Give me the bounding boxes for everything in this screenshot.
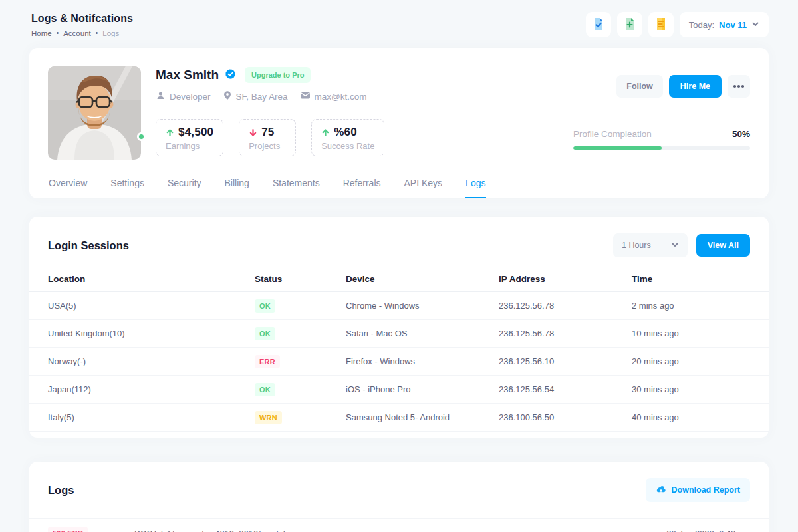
cell-device: Firefox - Windows [346,356,499,366]
status-badge: WRN [255,411,282,424]
completion-progress-bar [573,146,750,150]
trend-up-icon [321,128,330,137]
date-label: Today: [689,20,714,30]
cell-time: 20 mins ago [632,356,750,366]
logs-header: Logs Download Report [29,478,769,502]
log-code-badge: 500 ERR [48,527,88,532]
profile-email[interactable]: max@kt.com [300,91,367,102]
chevron-down-icon [671,241,679,251]
cell-device: Safari - Mac OS [346,329,499,338]
cell-time: 40 mins ago [632,412,750,422]
cell-location: Japan(112) [48,384,255,394]
date-picker[interactable]: Today: Nov 11 [680,12,769,37]
completion-label: Profile Compleation [573,129,652,139]
table-row: Japan(112) OK iOS - iPhone Pro 236.125.5… [29,376,769,404]
upgrade-to-pro-badge[interactable]: Upgrade to Pro [245,67,311,83]
stat-success-rate: %60 Success Rate [311,119,384,156]
avatar-image [48,66,141,160]
verified-badge-icon [224,68,237,83]
table-row: United Kingdom(10) OK Safari - Mac OS 23… [29,320,769,348]
cell-ip: 236.125.56.54 [499,384,632,394]
envelope-icon [300,91,311,102]
avatar [48,66,141,160]
stat-label: Earnings [166,141,213,151]
profile-info: Max Smith Upgrade to Pro [156,66,573,160]
chevron-down-icon [751,20,759,30]
profile-header: Max Smith Upgrade to Pro [48,66,750,160]
profile-role[interactable]: Developer [156,90,211,102]
follow-button[interactable]: Follow [616,75,663,98]
file-lines-icon [654,17,668,33]
tab-overview[interactable]: Overview [48,171,88,198]
file-check-button[interactable] [586,12,611,37]
role-label: Developer [170,92,211,102]
view-all-button[interactable]: View All [696,234,750,257]
tab-api-keys[interactable]: API Keys [404,171,444,198]
page-title: Logs & Notifcations [31,13,133,25]
tab-security[interactable]: Security [167,171,202,198]
logs-title: Logs [48,484,74,497]
profile-actions: Follow Hire Me [573,75,750,98]
completion-progress-fill [573,146,662,150]
profile-location[interactable]: SF, Bay Area [223,90,288,102]
profile-tabs: Overview Settings Security Billing State… [48,171,750,198]
profile-right-panel: Follow Hire Me Profile Compleation 50% [573,66,750,160]
status-badge: OK [255,383,275,396]
topbar-actions: Today: Nov 11 [586,12,769,37]
tab-statements[interactable]: Statements [272,171,321,198]
topbar-left: Logs & Notifcations Home • Account • Log… [31,13,133,37]
breadcrumb: Home • Account • Logs [31,29,133,37]
tab-logs[interactable]: Logs [465,171,486,198]
column-time: Time [632,274,750,284]
hire-me-button[interactable]: Hire Me [669,75,722,98]
sessions-filter-select[interactable]: 1 Hours [613,233,688,257]
stat-value: 75 [261,126,274,139]
breadcrumb-logs: Logs [102,29,119,37]
more-options-button[interactable] [728,75,750,98]
date-value: Nov 11 [719,20,747,30]
breadcrumb-account[interactable]: Account [63,29,91,37]
tab-referrals[interactable]: Referrals [342,171,382,198]
logs-card: Logs Download Report 500 ERR POST /v1/in… [29,462,769,532]
download-report-button[interactable]: Download Report [646,478,750,502]
table-header-row: Location Status Device IP Address Time [29,267,769,292]
tab-billing[interactable]: Billing [224,171,250,198]
file-lines-button[interactable] [648,12,674,37]
logs-table: 500 ERR POST /v1/invoice/in_4819_8610/in… [29,518,769,532]
cell-location: Norway(-) [48,356,255,366]
name-row: Max Smith Upgrade to Pro [156,67,573,83]
profile-card: Max Smith Upgrade to Pro [29,48,769,198]
topbar: Logs & Notifcations Home • Account • Log… [0,0,798,48]
stat-earnings: $4,500 Earnings [156,119,223,156]
status-badge: OK [255,327,275,340]
trend-down-icon [249,128,257,137]
stat-value: $4,500 [178,126,213,139]
cell-location: United Kingdom(10) [48,329,255,338]
log-date: 20 Jun 2022, 6:43 am [617,529,750,532]
sessions-title: Login Sessions [48,239,129,252]
file-plus-button[interactable] [617,12,642,37]
trend-up-icon [166,128,174,137]
file-plus-icon [622,17,637,33]
cell-time: 2 mins ago [632,301,750,311]
column-status: Status [255,274,346,284]
column-ip-address: IP Address [499,274,632,284]
cell-time: 30 mins ago [632,384,750,394]
cell-ip: 236.125.56.78 [499,329,632,338]
profile-meta-row: Developer SF, Bay Area max@kt.com [156,90,573,102]
stat-label: Success Rate [321,141,374,151]
cell-ip: 236.100.56.50 [499,412,632,422]
sessions-header: Login Sessions 1 Hours View All [29,233,769,257]
tab-settings[interactable]: Settings [110,171,145,198]
user-icon [156,90,166,102]
file-check-icon [591,17,606,33]
sessions-actions: 1 Hours View All [613,233,750,257]
column-location: Location [48,274,255,284]
log-row: 500 ERR POST /v1/invoice/in_4819_8610/in… [29,518,769,532]
location-pin-icon [223,90,232,102]
login-sessions-card: Login Sessions 1 Hours View All Location… [29,217,769,438]
stat-projects: 75 Projects [239,119,296,156]
profile-name[interactable]: Max Smith [156,68,219,82]
cell-time: 10 mins ago [632,329,750,338]
breadcrumb-home[interactable]: Home [31,29,52,37]
